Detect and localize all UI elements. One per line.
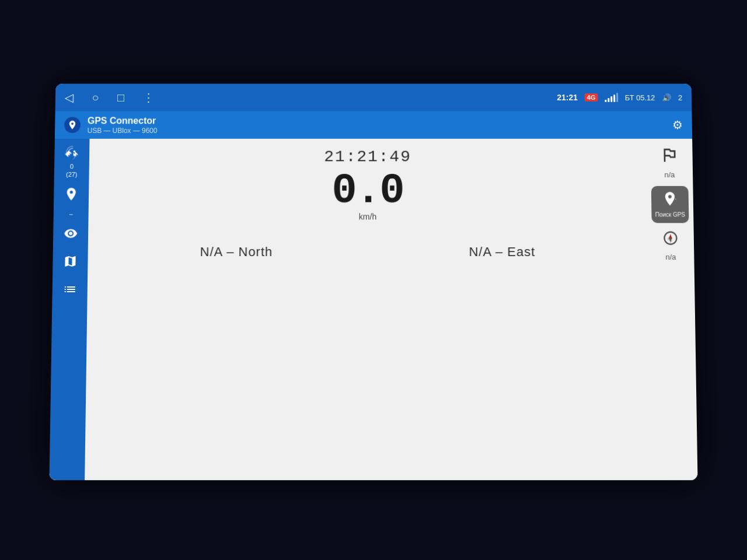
menu-nav-icon[interactable]: ⋮: [143, 90, 155, 104]
network-badge: 4G: [585, 93, 598, 102]
list-panel-icon[interactable]: [58, 278, 82, 301]
compass-icon: [662, 230, 679, 250]
elevation-icon: [660, 146, 679, 168]
gps-search-icon: [662, 191, 678, 211]
left-panel: 0 (27) –: [50, 139, 90, 480]
satellite-total: (27): [66, 171, 78, 178]
gps-search-label: Поиск GPS: [655, 211, 686, 218]
compass-value: n/a: [665, 253, 676, 261]
east-coord: N/A – East: [469, 244, 535, 260]
location-dash: –: [69, 210, 73, 217]
screen-container: ⏻ ⌂ ↩ ◄+ ◄- ◁ ○ □ ⋮ 21:21 4G БТ: [50, 84, 698, 481]
signal-bar-5: [616, 93, 618, 102]
back-nav-icon[interactable]: ◁: [65, 90, 74, 104]
satellite-section: 0 (27): [64, 146, 81, 178]
coordinates-row: N/A – North N/A – East: [102, 244, 633, 260]
gps-search-button[interactable]: Поиск GPS: [651, 186, 689, 223]
home-nav-icon[interactable]: ○: [92, 91, 99, 104]
volume-level: 2: [678, 93, 682, 102]
app-subtitle: USB — UBlox — 9600: [88, 127, 666, 135]
signal-bar-1: [605, 100, 606, 102]
app-title: GPS Connector: [88, 116, 665, 127]
eye-panel-icon[interactable]: [59, 222, 83, 245]
speed-display: 0.0: [103, 170, 633, 212]
bt-label: БТ 05.12: [625, 93, 655, 102]
status-bar-right: 21:21 4G БТ 05.12 🔊 2: [557, 93, 682, 102]
volume-icon: 🔊: [662, 93, 671, 102]
android-screen: ◁ ○ □ ⋮ 21:21 4G БТ 05.12 🔊 2: [50, 84, 698, 481]
hw-power-btn[interactable]: ⏻: [50, 140, 50, 161]
speed-unit: km/h: [102, 212, 633, 221]
signal-bar-3: [610, 96, 612, 102]
recents-nav-icon[interactable]: □: [117, 91, 124, 104]
right-panel: n/a Поиск GPS: [646, 139, 698, 480]
location-panel-icon[interactable]: [60, 183, 83, 206]
elevation-section: n/a: [660, 146, 679, 179]
signal-bars: [605, 93, 618, 102]
signal-bar-2: [608, 98, 609, 102]
north-coord: N/A – North: [200, 244, 273, 260]
compass-section: n/a: [662, 230, 679, 261]
app-icon: [64, 117, 81, 133]
main-data: 21:21:49 0.0 km/h N/A – North N/A – East: [85, 139, 651, 480]
map-panel-icon[interactable]: [58, 250, 82, 273]
signal-bar-4: [613, 94, 615, 102]
settings-icon[interactable]: ⚙: [672, 118, 683, 132]
app-title-text: GPS Connector USB — UBlox — 9600: [88, 116, 666, 135]
app-content: 0 (27) –: [50, 139, 698, 480]
elevation-value: n/a: [664, 170, 675, 179]
time-display: 21:21:49: [103, 148, 633, 166]
status-time: 21:21: [557, 93, 578, 102]
android-nav-bar: ◁ ○ □ ⋮ 21:21 4G БТ 05.12 🔊 2: [55, 84, 692, 111]
satellite-icon: [64, 146, 80, 162]
app-title-bar: GPS Connector USB — UBlox — 9600 ⚙: [55, 111, 692, 139]
satellite-count: 0: [70, 163, 74, 170]
